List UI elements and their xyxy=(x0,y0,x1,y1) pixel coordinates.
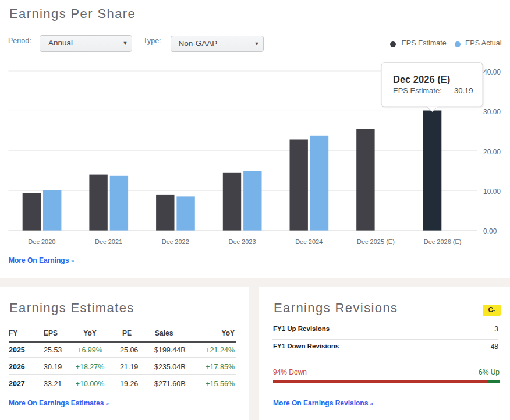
svg-text:20.00: 20.00 xyxy=(483,148,501,156)
svg-text:Dec 2021: Dec 2021 xyxy=(95,238,122,245)
svg-text:Dec 2026 (E): Dec 2026 (E) xyxy=(424,238,462,245)
svg-text:EPS Estimate:: EPS Estimate: xyxy=(393,86,442,95)
svg-text:30.19: 30.19 xyxy=(454,86,473,95)
svg-text:0.00: 0.00 xyxy=(483,227,497,235)
svg-text:Dec 2022: Dec 2022 xyxy=(162,238,189,245)
svg-text:Dec 2023: Dec 2023 xyxy=(228,238,256,245)
svg-text:Dec 2024: Dec 2024 xyxy=(295,238,323,245)
svg-text:10.00: 10.00 xyxy=(483,188,501,196)
svg-text:30.00: 30.00 xyxy=(483,108,501,116)
svg-text:Dec 2026 (E): Dec 2026 (E) xyxy=(393,74,450,84)
svg-text:Dec 2025 (E): Dec 2025 (E) xyxy=(357,238,395,245)
svg-text:40.00: 40.00 xyxy=(483,68,501,76)
svg-text:Dec 2020: Dec 2020 xyxy=(28,238,55,245)
